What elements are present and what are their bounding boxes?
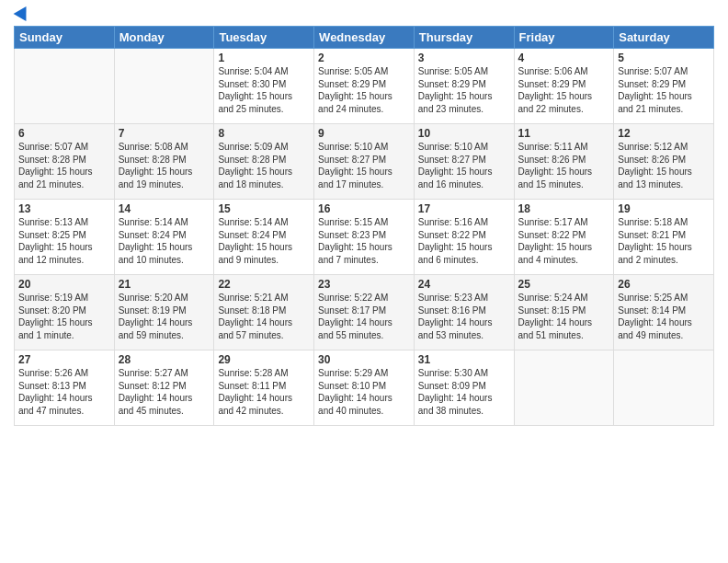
weekday-header-thursday: Thursday <box>414 27 514 49</box>
day-info: Sunrise: 5:29 AM Sunset: 8:10 PM Dayligh… <box>318 367 410 417</box>
calendar-cell: 22Sunrise: 5:21 AM Sunset: 8:18 PM Dayli… <box>214 275 314 350</box>
weekday-header-sunday: Sunday <box>15 27 115 49</box>
calendar-cell: 11Sunrise: 5:11 AM Sunset: 8:26 PM Dayli… <box>514 124 614 200</box>
day-number: 12 <box>618 127 710 140</box>
day-info: Sunrise: 5:08 AM Sunset: 8:28 PM Dayligh… <box>119 141 210 190</box>
day-info: Sunrise: 5:10 AM Sunset: 8:27 PM Dayligh… <box>318 141 410 190</box>
day-info: Sunrise: 5:20 AM Sunset: 8:19 PM Dayligh… <box>119 292 210 341</box>
day-info: Sunrise: 5:13 AM Sunset: 8:25 PM Dayligh… <box>18 216 110 266</box>
day-info: Sunrise: 5:15 AM Sunset: 8:23 PM Dayligh… <box>318 216 410 266</box>
logo-triangle-icon <box>14 3 33 21</box>
calendar-cell: 9Sunrise: 5:10 AM Sunset: 8:27 PM Daylig… <box>314 124 415 200</box>
page: SundayMondayTuesdayWednesdayThursdayFrid… <box>0 0 728 563</box>
calendar-cell: 15Sunrise: 5:14 AM Sunset: 8:24 PM Dayli… <box>214 200 314 275</box>
calendar-cell: 8Sunrise: 5:09 AM Sunset: 8:28 PM Daylig… <box>214 124 314 200</box>
calendar-cell: 29Sunrise: 5:28 AM Sunset: 8:11 PM Dayli… <box>214 350 314 426</box>
day-number: 11 <box>518 127 610 140</box>
calendar-cell: 12Sunrise: 5:12 AM Sunset: 8:26 PM Dayli… <box>614 124 714 200</box>
week-row-1: 1Sunrise: 5:04 AM Sunset: 8:30 PM Daylig… <box>15 49 714 124</box>
day-info: Sunrise: 5:17 AM Sunset: 8:22 PM Dayligh… <box>518 216 610 266</box>
day-number: 25 <box>518 278 610 291</box>
day-info: Sunrise: 5:07 AM Sunset: 8:29 PM Dayligh… <box>618 65 710 115</box>
day-info: Sunrise: 5:14 AM Sunset: 8:24 PM Dayligh… <box>119 216 210 266</box>
day-info: Sunrise: 5:28 AM Sunset: 8:11 PM Dayligh… <box>218 367 310 417</box>
day-info: Sunrise: 5:22 AM Sunset: 8:17 PM Dayligh… <box>318 292 410 341</box>
day-info: Sunrise: 5:16 AM Sunset: 8:22 PM Dayligh… <box>418 216 510 266</box>
calendar-cell: 10Sunrise: 5:10 AM Sunset: 8:27 PM Dayli… <box>414 124 514 200</box>
day-info: Sunrise: 5:26 AM Sunset: 8:13 PM Dayligh… <box>18 367 110 417</box>
day-info: Sunrise: 5:12 AM Sunset: 8:26 PM Dayligh… <box>618 141 710 190</box>
weekday-header-monday: Monday <box>114 27 214 49</box>
calendar-cell: 28Sunrise: 5:27 AM Sunset: 8:12 PM Dayli… <box>114 350 214 426</box>
week-row-4: 20Sunrise: 5:19 AM Sunset: 8:20 PM Dayli… <box>15 275 714 350</box>
day-number: 24 <box>418 278 510 291</box>
day-number: 13 <box>18 202 110 215</box>
day-number: 7 <box>119 127 210 140</box>
calendar-cell: 4Sunrise: 5:06 AM Sunset: 8:29 PM Daylig… <box>514 49 614 124</box>
calendar-cell <box>114 49 214 124</box>
day-info: Sunrise: 5:19 AM Sunset: 8:20 PM Dayligh… <box>18 292 110 341</box>
week-row-5: 27Sunrise: 5:26 AM Sunset: 8:13 PM Dayli… <box>15 350 714 426</box>
calendar-table: SundayMondayTuesdayWednesdayThursdayFrid… <box>14 26 714 426</box>
day-number: 17 <box>418 202 510 215</box>
day-info: Sunrise: 5:04 AM Sunset: 8:30 PM Dayligh… <box>218 65 310 115</box>
weekday-header-row: SundayMondayTuesdayWednesdayThursdayFrid… <box>15 27 714 49</box>
weekday-header-wednesday: Wednesday <box>314 27 415 49</box>
day-info: Sunrise: 5:30 AM Sunset: 8:09 PM Dayligh… <box>418 367 510 417</box>
calendar-cell <box>15 49 115 124</box>
day-info: Sunrise: 5:21 AM Sunset: 8:18 PM Dayligh… <box>218 292 310 341</box>
day-number: 9 <box>318 127 410 140</box>
day-number: 14 <box>119 202 210 215</box>
calendar-cell: 25Sunrise: 5:24 AM Sunset: 8:15 PM Dayli… <box>514 275 614 350</box>
weekday-header-saturday: Saturday <box>614 27 714 49</box>
calendar-cell: 18Sunrise: 5:17 AM Sunset: 8:22 PM Dayli… <box>514 200 614 275</box>
calendar-cell: 14Sunrise: 5:14 AM Sunset: 8:24 PM Dayli… <box>114 200 214 275</box>
calendar-cell: 7Sunrise: 5:08 AM Sunset: 8:28 PM Daylig… <box>114 124 214 200</box>
calendar-cell: 21Sunrise: 5:20 AM Sunset: 8:19 PM Dayli… <box>114 275 214 350</box>
calendar-cell: 1Sunrise: 5:04 AM Sunset: 8:30 PM Daylig… <box>214 49 314 124</box>
calendar-cell: 19Sunrise: 5:18 AM Sunset: 8:21 PM Dayli… <box>614 200 714 275</box>
day-info: Sunrise: 5:09 AM Sunset: 8:28 PM Dayligh… <box>218 141 310 190</box>
calendar-cell: 2Sunrise: 5:05 AM Sunset: 8:29 PM Daylig… <box>314 49 415 124</box>
day-info: Sunrise: 5:07 AM Sunset: 8:28 PM Dayligh… <box>18 141 110 190</box>
week-row-2: 6Sunrise: 5:07 AM Sunset: 8:28 PM Daylig… <box>15 124 714 200</box>
calendar-cell: 3Sunrise: 5:05 AM Sunset: 8:29 PM Daylig… <box>414 49 514 124</box>
calendar-cell: 23Sunrise: 5:22 AM Sunset: 8:17 PM Dayli… <box>314 275 415 350</box>
day-info: Sunrise: 5:06 AM Sunset: 8:29 PM Dayligh… <box>518 65 610 115</box>
calendar-cell: 17Sunrise: 5:16 AM Sunset: 8:22 PM Dayli… <box>414 200 514 275</box>
calendar-cell: 24Sunrise: 5:23 AM Sunset: 8:16 PM Dayli… <box>414 275 514 350</box>
logo <box>14 9 30 18</box>
weekday-header-friday: Friday <box>514 27 614 49</box>
day-info: Sunrise: 5:25 AM Sunset: 8:14 PM Dayligh… <box>618 292 710 341</box>
calendar-cell <box>614 350 714 426</box>
day-info: Sunrise: 5:10 AM Sunset: 8:27 PM Dayligh… <box>418 141 510 190</box>
day-number: 15 <box>218 202 310 215</box>
day-number: 3 <box>418 52 510 64</box>
calendar-cell: 27Sunrise: 5:26 AM Sunset: 8:13 PM Dayli… <box>15 350 115 426</box>
day-number: 5 <box>618 52 710 64</box>
calendar-cell: 26Sunrise: 5:25 AM Sunset: 8:14 PM Dayli… <box>614 275 714 350</box>
day-info: Sunrise: 5:18 AM Sunset: 8:21 PM Dayligh… <box>618 216 710 266</box>
day-number: 23 <box>318 278 410 291</box>
header <box>14 9 714 18</box>
day-number: 19 <box>618 202 710 215</box>
day-number: 27 <box>18 353 110 366</box>
day-number: 29 <box>218 353 310 366</box>
day-info: Sunrise: 5:24 AM Sunset: 8:15 PM Dayligh… <box>518 292 610 341</box>
day-number: 6 <box>18 127 110 140</box>
day-info: Sunrise: 5:23 AM Sunset: 8:16 PM Dayligh… <box>418 292 510 341</box>
calendar-cell: 6Sunrise: 5:07 AM Sunset: 8:28 PM Daylig… <box>15 124 115 200</box>
day-number: 2 <box>318 52 410 64</box>
day-info: Sunrise: 5:11 AM Sunset: 8:26 PM Dayligh… <box>518 141 610 190</box>
week-row-3: 13Sunrise: 5:13 AM Sunset: 8:25 PM Dayli… <box>15 200 714 275</box>
day-info: Sunrise: 5:05 AM Sunset: 8:29 PM Dayligh… <box>318 65 410 115</box>
day-number: 10 <box>418 127 510 140</box>
day-number: 21 <box>119 278 210 291</box>
day-number: 8 <box>218 127 310 140</box>
day-number: 18 <box>518 202 610 215</box>
day-number: 22 <box>218 278 310 291</box>
calendar-cell: 20Sunrise: 5:19 AM Sunset: 8:20 PM Dayli… <box>15 275 115 350</box>
calendar-cell: 13Sunrise: 5:13 AM Sunset: 8:25 PM Dayli… <box>15 200 115 275</box>
day-number: 31 <box>418 353 510 366</box>
calendar-cell <box>514 350 614 426</box>
